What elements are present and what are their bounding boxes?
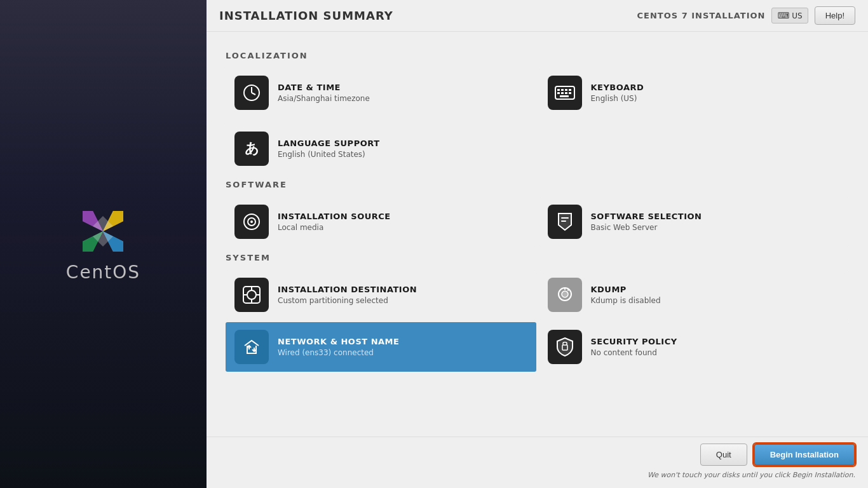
svg-rect-22 [560, 95, 569, 97]
tile-date-time[interactable]: DATE & TIME Asia/Shanghai timezone [226, 68, 536, 118]
keyboard-small-icon: ⌨ [777, 11, 789, 20]
tile-kdump[interactable]: KDUMP Kdump is disabled [539, 270, 850, 320]
svg-point-25 [250, 220, 253, 223]
tile-installation-source[interactable]: INSTALLATION SOURCE Local media [226, 197, 536, 247]
date-time-subtitle: Asia/Shanghai timezone [278, 94, 370, 103]
date-time-title: DATE & TIME [278, 83, 370, 92]
keyboard-lang-text: US [792, 11, 802, 20]
network-hostname-title: NETWORK & HOST NAME [278, 337, 399, 346]
localization-grid: DATE & TIME Asia/Shanghai timezone [226, 68, 849, 118]
tile-keyboard[interactable]: KEYBOARD English (US) [539, 68, 850, 118]
installation-source-icon [234, 205, 269, 239]
svg-line-37 [567, 289, 569, 291]
language-text: LANGUAGE SUPPORT English (United States) [278, 139, 380, 159]
section-header-system: SYSTEM [226, 253, 849, 262]
network-hostname-subtitle: Wired (ens33) connected [278, 348, 399, 357]
svg-rect-14 [557, 89, 560, 91]
section-header-software: SOFTWARE [226, 180, 849, 189]
software-selection-icon [548, 205, 582, 239]
tile-language-support[interactable]: あ LANGUAGE SUPPORT English (United State… [226, 124, 531, 173]
tile-installation-destination[interactable]: INSTALLATION DESTINATION Custom partitio… [226, 270, 536, 320]
centos-install-label: CENTOS 7 INSTALLATION [637, 11, 766, 20]
centos-gem-icon [78, 206, 128, 257]
security-policy-text: SECURITY POLICY No content found [591, 337, 677, 357]
svg-point-29 [247, 290, 256, 299]
sidebar: CentOS [0, 0, 207, 488]
bottom-note: We won't touch your disks until you clic… [648, 471, 855, 479]
installation-source-title: INSTALLATION SOURCE [278, 212, 391, 221]
svg-rect-27 [561, 220, 566, 222]
topbar-right: CENTOS 7 INSTALLATION ⌨ US Help! [637, 6, 855, 25]
svg-rect-20 [565, 92, 567, 94]
security-policy-title: SECURITY POLICY [591, 337, 677, 346]
installation-destination-subtitle: Custom partitioning selected [278, 296, 417, 305]
main-panel: INSTALLATION SUMMARY CENTOS 7 INSTALLATI… [207, 0, 868, 488]
page-title: INSTALLATION SUMMARY [219, 9, 393, 22]
content-area: LOCALIZATION DATE & TIME Asia/Shanghai t… [207, 32, 868, 437]
svg-line-12 [252, 93, 255, 95]
keyboard-icon [548, 76, 582, 110]
svg-rect-19 [561, 92, 564, 94]
software-selection-subtitle: Basic Web Server [591, 223, 702, 232]
tile-network-hostname[interactable]: NETWORK & HOST NAME Wired (ens33) connec… [226, 322, 536, 372]
bottom-buttons: Quit Begin Installation [700, 444, 855, 466]
topbar: INSTALLATION SUMMARY CENTOS 7 INSTALLATI… [207, 0, 868, 32]
date-time-text: DATE & TIME Asia/Shanghai timezone [278, 83, 370, 103]
keyboard-text: KEYBOARD English (US) [591, 83, 644, 103]
bottombar: Quit Begin Installation We won't touch y… [207, 437, 868, 488]
keyboard-indicator: ⌨ US [771, 8, 808, 24]
software-selection-title: SOFTWARE SELECTION [591, 212, 702, 221]
network-hostname-icon [234, 330, 269, 364]
svg-rect-17 [569, 89, 571, 91]
begin-installation-button[interactable]: Begin Installation [754, 444, 855, 466]
svg-rect-21 [569, 92, 571, 94]
security-policy-subtitle: No content found [591, 348, 677, 357]
software-grid: INSTALLATION SOURCE Local media SOFTWARE… [226, 197, 849, 247]
svg-rect-16 [565, 89, 567, 91]
section-header-localization: LOCALIZATION [226, 51, 849, 60]
keyboard-title: KEYBOARD [591, 83, 644, 92]
svg-point-35 [562, 291, 568, 297]
language-subtitle: English (United States) [278, 150, 380, 159]
svg-rect-18 [557, 92, 560, 94]
svg-rect-26 [561, 217, 569, 219]
centos-logo: CentOS [66, 206, 140, 283]
quit-button[interactable]: Quit [700, 444, 747, 466]
svg-rect-15 [561, 89, 564, 91]
language-title: LANGUAGE SUPPORT [278, 139, 380, 148]
security-policy-icon [548, 330, 582, 364]
installation-destination-text: INSTALLATION DESTINATION Custom partitio… [278, 285, 417, 305]
kdump-title: KDUMP [591, 285, 661, 294]
centos-brand-text: CentOS [66, 262, 140, 283]
installation-source-subtitle: Local media [278, 223, 391, 232]
help-button[interactable]: Help! [815, 6, 855, 25]
kdump-text: KDUMP Kdump is disabled [591, 285, 661, 305]
tile-software-selection[interactable]: SOFTWARE SELECTION Basic Web Server [539, 197, 850, 247]
system-grid: INSTALLATION DESTINATION Custom partitio… [226, 270, 849, 372]
installation-destination-title: INSTALLATION DESTINATION [278, 285, 417, 294]
software-selection-text: SOFTWARE SELECTION Basic Web Server [591, 212, 702, 232]
installation-source-text: INSTALLATION SOURCE Local media [278, 212, 391, 232]
keyboard-subtitle: English (US) [591, 94, 644, 103]
language-row: あ LANGUAGE SUPPORT English (United State… [226, 124, 849, 173]
network-hostname-text: NETWORK & HOST NAME Wired (ens33) connec… [278, 337, 399, 357]
installation-destination-icon [234, 278, 269, 312]
kdump-subtitle: Kdump is disabled [591, 296, 661, 305]
date-time-icon [234, 76, 269, 110]
language-icon: あ [234, 132, 269, 166]
kdump-icon [548, 278, 582, 312]
tile-security-policy[interactable]: SECURITY POLICY No content found [539, 322, 850, 372]
